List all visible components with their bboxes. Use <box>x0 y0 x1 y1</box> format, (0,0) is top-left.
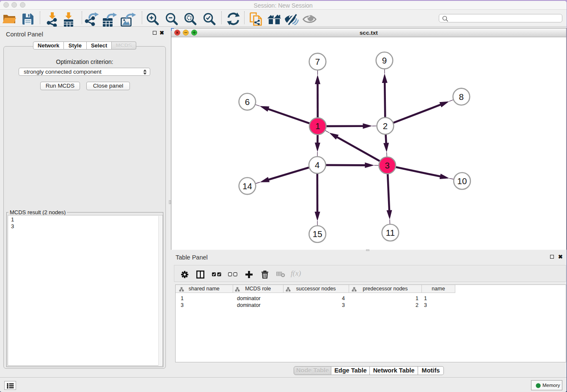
svg-text:11: 11 <box>386 228 395 237</box>
svg-text:2: 2 <box>383 121 388 131</box>
svg-text:8: 8 <box>459 92 464 102</box>
svg-text:6: 6 <box>245 97 250 107</box>
svg-text:10: 10 <box>457 176 467 186</box>
svg-text:1: 1 <box>315 121 320 131</box>
svg-text:14: 14 <box>242 181 252 191</box>
svg-text:15: 15 <box>313 229 322 239</box>
svg-text:3: 3 <box>385 160 390 170</box>
svg-text:4: 4 <box>315 160 319 170</box>
svg-text:7: 7 <box>315 57 320 66</box>
svg-text:9: 9 <box>382 55 387 65</box>
